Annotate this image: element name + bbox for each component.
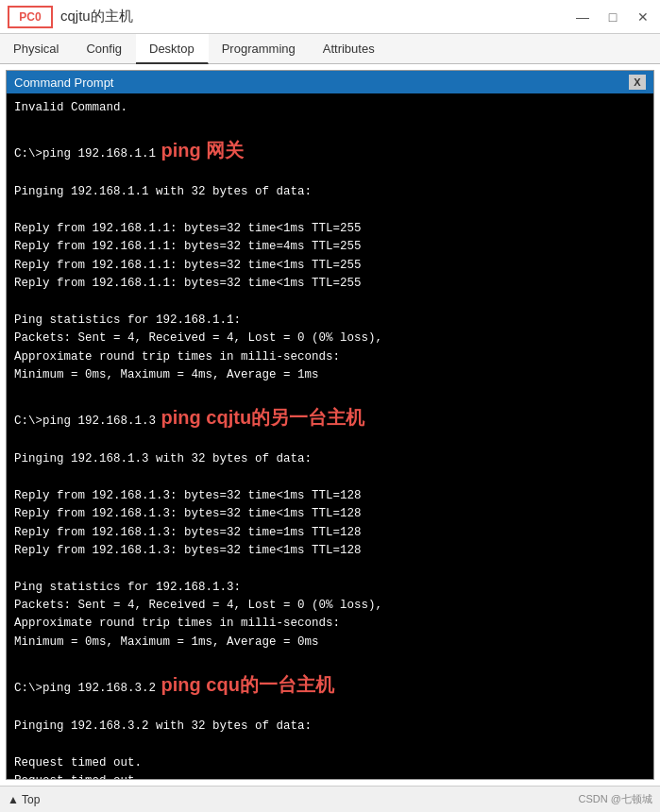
terminal-line: Ping statistics for 192.168.1.1: bbox=[14, 312, 646, 330]
terminal-line bbox=[14, 700, 646, 718]
terminal-line: Pinging 192.168.1.3 with 32 bytes of dat… bbox=[14, 450, 646, 468]
prompt-close-button[interactable]: X bbox=[629, 75, 646, 90]
terminal-line bbox=[14, 468, 646, 486]
cmd-text: C:\>ping 192.168.3.2 bbox=[14, 682, 156, 695]
tab-desktop[interactable]: Desktop bbox=[136, 34, 209, 64]
terminal-line: Reply from 192.168.1.1: bytes=32 time<1m… bbox=[14, 275, 646, 293]
prompt-title: Command Prompt bbox=[14, 76, 113, 90]
tab-programming[interactable]: Programming bbox=[209, 34, 310, 63]
cmd-annotation: ping 网关 bbox=[156, 140, 244, 161]
terminal-line bbox=[14, 651, 646, 669]
terminal-line: Reply from 192.168.1.1: bytes=32 time=4m… bbox=[14, 238, 646, 256]
terminal-line: Reply from 192.168.1.3: bytes=32 time<1m… bbox=[14, 487, 646, 505]
terminal-line bbox=[14, 560, 646, 578]
terminal-line: Approximate round trip times in milli-se… bbox=[14, 348, 646, 366]
terminal-line bbox=[14, 202, 646, 220]
window-title: cqjtu的主机 bbox=[60, 8, 573, 25]
terminal-line: Packets: Sent = 4, Received = 4, Lost = … bbox=[14, 330, 646, 347]
tab-bar: Physical Config Desktop Programming Attr… bbox=[0, 34, 660, 64]
minimize-button[interactable]: — bbox=[573, 8, 592, 26]
terminal-line: Approximate round trip times in milli-se… bbox=[14, 615, 646, 633]
content-area: Command Prompt X Invalid Command. C:\>pi… bbox=[0, 64, 660, 786]
top-link[interactable]: ▲ Top bbox=[8, 793, 40, 806]
terminal-line bbox=[14, 165, 646, 183]
terminal-line bbox=[14, 736, 646, 753]
terminal-line: Ping statistics for 192.168.1.3: bbox=[14, 579, 646, 597]
app-icon: PC0 bbox=[8, 6, 53, 28]
bottom-bar: ▲ Top CSDN @七顿城 bbox=[0, 786, 660, 812]
terminal-line bbox=[14, 293, 646, 311]
close-button[interactable]: ✕ bbox=[634, 8, 652, 26]
terminal-line bbox=[14, 384, 646, 402]
terminal-line bbox=[14, 117, 646, 135]
terminal-line: Request timed out. bbox=[14, 754, 646, 772]
terminal-line: Packets: Sent = 4, Received = 4, Lost = … bbox=[14, 597, 646, 615]
terminal-line: Reply from 192.168.1.1: bytes=32 time<1m… bbox=[14, 257, 646, 275]
terminal-line: Minimum = 0ms, Maximum = 4ms, Average = … bbox=[14, 366, 646, 384]
tab-config[interactable]: Config bbox=[73, 34, 136, 63]
terminal-line: Reply from 192.168.1.3: bytes=32 time=1m… bbox=[14, 524, 646, 542]
window-controls: — □ ✕ bbox=[573, 8, 652, 26]
maximize-button[interactable]: □ bbox=[603, 8, 622, 26]
terminal-line: Reply from 192.168.1.1: bytes=32 time<1m… bbox=[14, 220, 646, 238]
terminal-line: Reply from 192.168.1.3: bytes=32 time<1m… bbox=[14, 542, 646, 560]
terminal-line: C:\>ping 192.168.3.2 ping cqu的一台主机 bbox=[14, 670, 646, 700]
terminal-line: Invalid Command. bbox=[14, 99, 646, 117]
terminal-line bbox=[14, 432, 646, 450]
terminal-line: Minimum = 0ms, Maximum = 1ms, Average = … bbox=[14, 634, 646, 651]
terminal-line: Pinging 192.168.1.1 with 32 bytes of dat… bbox=[14, 183, 646, 201]
tab-attributes[interactable]: Attributes bbox=[310, 34, 389, 63]
cmd-annotation: ping cqjtu的另一台主机 bbox=[156, 407, 364, 428]
terminal-line: C:\>ping 192.168.1.1 ping 网关 bbox=[14, 136, 646, 165]
prompt-window: Command Prompt X Invalid Command. C:\>pi… bbox=[6, 70, 654, 780]
prompt-titlebar: Command Prompt X bbox=[7, 71, 653, 93]
cmd-annotation: ping cqu的一台主机 bbox=[156, 674, 334, 695]
terminal-line: Reply from 192.168.1.3: bytes=32 time<1m… bbox=[14, 505, 646, 523]
cmd-text: C:\>ping 192.168.1.3 bbox=[14, 414, 156, 428]
cmd-text: C:\>ping 192.168.1.1 bbox=[14, 147, 156, 161]
terminal-line: Request timed out. bbox=[14, 772, 646, 779]
terminal-body[interactable]: Invalid Command. C:\>ping 192.168.1.1 pi… bbox=[7, 93, 653, 779]
title-bar: PC0 cqjtu的主机 — □ ✕ bbox=[0, 0, 660, 34]
terminal-line: C:\>ping 192.168.1.3 ping cqjtu的另一台主机 bbox=[14, 403, 646, 432]
tab-physical[interactable]: Physical bbox=[0, 34, 73, 63]
watermark: CSDN @七顿城 bbox=[579, 792, 652, 806]
terminal-line: Pinging 192.168.3.2 with 32 bytes of dat… bbox=[14, 718, 646, 736]
